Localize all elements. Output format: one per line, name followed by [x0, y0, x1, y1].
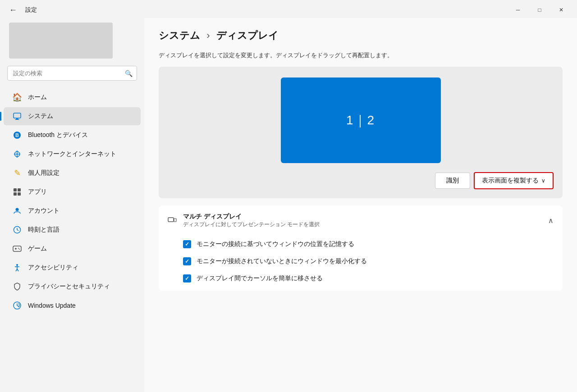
svg-rect-2: [15, 119, 19, 120]
duplicate-button[interactable]: 表示画面を複製する ∨: [474, 172, 554, 189]
titlebar-controls: ─ □ ✕: [508, 3, 572, 17]
svg-rect-0: [14, 113, 21, 118]
checkbox-label-2: モニターが接続されていないときにウィンドウを最小化する: [197, 257, 367, 265]
titlebar-title: 設定: [25, 6, 37, 14]
sidebar-item-time[interactable]: 時刻と言語: [4, 221, 141, 239]
main-content: システム › ディスプレイ ディスプレイを選択して設定を変更します。ディスプレイ…: [144, 18, 577, 392]
windows-update-icon: [13, 301, 22, 310]
breadcrumb-separator: ›: [206, 30, 210, 41]
sidebar-item-time-label: 時刻と言語: [28, 226, 60, 234]
display-description: ディスプレイを選択して設定を変更します。ディスプレイをドラッグして再配置します。: [159, 51, 563, 59]
checkbox-row-3[interactable]: ディスプレイ間でカーソルを簡単に移させる: [183, 270, 554, 287]
checkbox-3[interactable]: [183, 274, 191, 283]
sidebar-item-system[interactable]: システム: [4, 107, 141, 125]
maximize-button[interactable]: □: [529, 3, 550, 17]
multi-display-text: マルチ ディスプレイ ディスプレイに対してプレゼンテーション モードを選択: [183, 213, 320, 228]
sidebar-item-home[interactable]: 🏠 ホーム: [4, 88, 141, 106]
home-icon: 🏠: [13, 93, 22, 102]
sidebar-item-personal-label: 個人用設定: [28, 169, 60, 177]
apps-icon: [13, 187, 22, 196]
search-container: 🔍: [7, 66, 137, 81]
accessibility-icon: [13, 263, 22, 272]
svg-line-23: [16, 269, 17, 271]
svg-rect-10: [18, 192, 21, 196]
multi-display-section: マルチ ディスプレイ ディスプレイに対してプレゼンテーション モードを選択 ∧ …: [159, 205, 563, 291]
game-icon: [13, 244, 22, 253]
svg-rect-27: [174, 219, 176, 222]
sidebar-item-apps-label: アプリ: [28, 188, 47, 196]
display-preview-area: 1｜2: [168, 77, 554, 163]
sidebar-item-account-label: アカウント: [28, 207, 60, 215]
bluetooth-icon: B: [13, 131, 22, 140]
sidebar-item-personal[interactable]: ✎ 個人用設定: [4, 164, 141, 182]
sidebar-item-game[interactable]: ゲーム: [4, 240, 141, 258]
sidebar: 🔍 🏠 ホーム システム B Bluet: [0, 18, 144, 392]
svg-point-18: [18, 248, 19, 249]
monitor-preview[interactable]: 1｜2: [281, 77, 441, 163]
system-icon: [13, 112, 22, 121]
titlebar: ← 設定 ─ □ ✕: [0, 0, 577, 18]
svg-point-19: [19, 249, 20, 250]
display-preview-card: 1｜2 識別 表示画面を複製する ∨: [159, 67, 563, 198]
svg-rect-15: [13, 246, 21, 251]
sidebar-item-bluetooth-label: Bluetooth とデバイス: [28, 131, 88, 139]
checkbox-row-2[interactable]: モニターが接続されていないときにウィンドウを最小化する: [183, 253, 554, 270]
sidebar-item-privacy[interactable]: プライバシーとセキュリティ: [4, 278, 141, 296]
privacy-icon: [13, 282, 22, 291]
svg-rect-9: [14, 192, 17, 196]
sidebar-item-accessibility-label: アクセシビリティ: [28, 264, 78, 272]
checkbox-label-1: モニターの接続に基づいてウィンドウの位置を記憶する: [197, 240, 354, 248]
multi-display-subtitle: ディスプレイに対してプレゼンテーション モードを選択: [183, 221, 320, 228]
sidebar-item-system-label: システム: [28, 112, 53, 120]
close-button[interactable]: ✕: [551, 3, 572, 17]
svg-rect-8: [18, 188, 21, 191]
svg-line-14: [17, 230, 18, 231]
breadcrumb-parent: システム: [159, 30, 200, 41]
breadcrumb: システム › ディスプレイ: [159, 29, 563, 42]
sidebar-item-update-label: Windows Update: [28, 302, 76, 309]
identify-button[interactable]: 識別: [435, 173, 470, 189]
checkbox-2[interactable]: [183, 257, 191, 265]
sidebar-item-home-label: ホーム: [28, 93, 47, 101]
account-icon: [13, 206, 22, 215]
duplicate-button-label: 表示画面を複製する: [482, 177, 539, 185]
svg-point-11: [16, 208, 19, 211]
sidebar-item-privacy-label: プライバシーとセキュリティ: [28, 283, 110, 291]
svg-point-20: [16, 264, 18, 266]
sidebar-item-account[interactable]: アカウント: [4, 202, 141, 220]
personal-icon: ✎: [13, 169, 22, 178]
svg-rect-26: [168, 218, 174, 222]
multi-display-body: モニターの接続に基づいてウィンドウの位置を記憶する モニターが接続されていないと…: [159, 236, 563, 291]
checkbox-row-1[interactable]: モニターの接続に基づいてウィンドウの位置を記憶する: [183, 236, 554, 253]
duplicate-chevron-icon: ∨: [541, 178, 545, 184]
search-icon: 🔍: [125, 70, 133, 77]
multi-display-chevron-icon: ∧: [548, 216, 554, 225]
svg-text:B: B: [15, 132, 19, 138]
svg-rect-1: [16, 119, 18, 119]
sidebar-item-bluetooth[interactable]: B Bluetooth とデバイス: [4, 126, 141, 144]
sidebar-item-windows-update[interactable]: Windows Update: [4, 296, 141, 315]
network-icon: [13, 150, 22, 159]
time-icon: [13, 225, 22, 234]
breadcrumb-current: ディスプレイ: [216, 30, 279, 41]
svg-line-24: [17, 269, 18, 271]
minimize-button[interactable]: ─: [508, 3, 528, 17]
titlebar-left: ← 設定: [5, 4, 37, 17]
sidebar-item-apps[interactable]: アプリ: [4, 183, 141, 201]
sidebar-item-network-label: ネットワークとインターネット: [28, 150, 116, 158]
checkbox-label-3: ディスプレイ間でカーソルを簡単に移させる: [197, 274, 323, 283]
multi-display-header[interactable]: マルチ ディスプレイ ディスプレイに対してプレゼンテーション モードを選択 ∧: [159, 205, 563, 236]
monitor-label: 1｜2: [346, 112, 375, 129]
section-header-left: マルチ ディスプレイ ディスプレイに対してプレゼンテーション モードを選択: [168, 213, 320, 228]
sidebar-item-accessibility[interactable]: アクセシビリティ: [4, 259, 141, 277]
sidebar-item-network[interactable]: ネットワークとインターネット: [4, 145, 141, 163]
app-container: 🔍 🏠 ホーム システム B Bluet: [0, 18, 577, 392]
checkbox-1[interactable]: [183, 240, 191, 248]
svg-rect-7: [14, 188, 17, 191]
display-actions: 識別 表示画面を複製する ∨: [168, 172, 554, 189]
user-avatar: [9, 23, 113, 59]
back-button[interactable]: ←: [5, 4, 21, 17]
sidebar-item-game-label: ゲーム: [28, 245, 47, 253]
multi-display-title: マルチ ディスプレイ: [183, 213, 320, 221]
search-input[interactable]: [7, 66, 137, 81]
